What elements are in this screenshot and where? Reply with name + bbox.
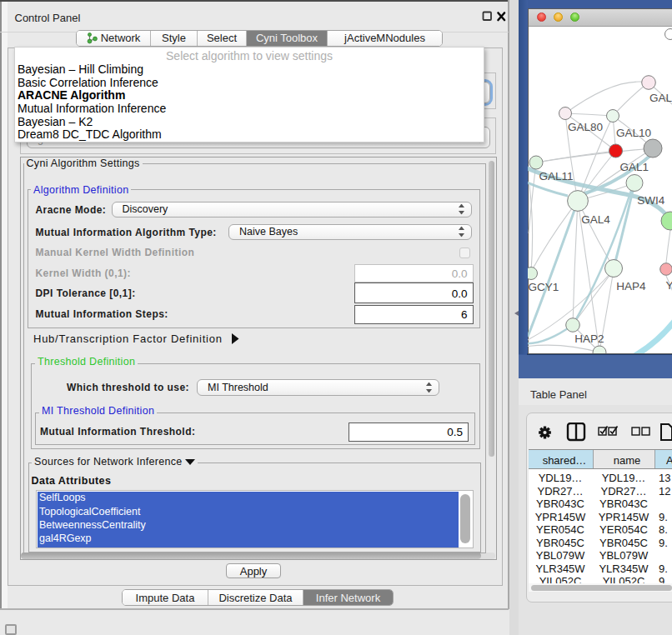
svg-text:GAL1: GAL1 xyxy=(619,161,649,173)
svg-text:GAL7: GAL7 xyxy=(649,91,672,103)
svg-text:GCY1: GCY1 xyxy=(529,280,559,292)
svg-text:GAL11: GAL11 xyxy=(539,170,573,182)
svg-text:SWI4: SWI4 xyxy=(637,194,664,207)
svg-text:GAL4: GAL4 xyxy=(581,212,610,225)
svg-text:HAP2: HAP2 xyxy=(574,332,604,345)
svg-text:GAL10: GAL10 xyxy=(616,126,651,138)
svg-text:Y: Y xyxy=(666,278,672,291)
svg-text:HAP4: HAP4 xyxy=(616,279,646,292)
svg-text:GAL80: GAL80 xyxy=(568,120,603,132)
